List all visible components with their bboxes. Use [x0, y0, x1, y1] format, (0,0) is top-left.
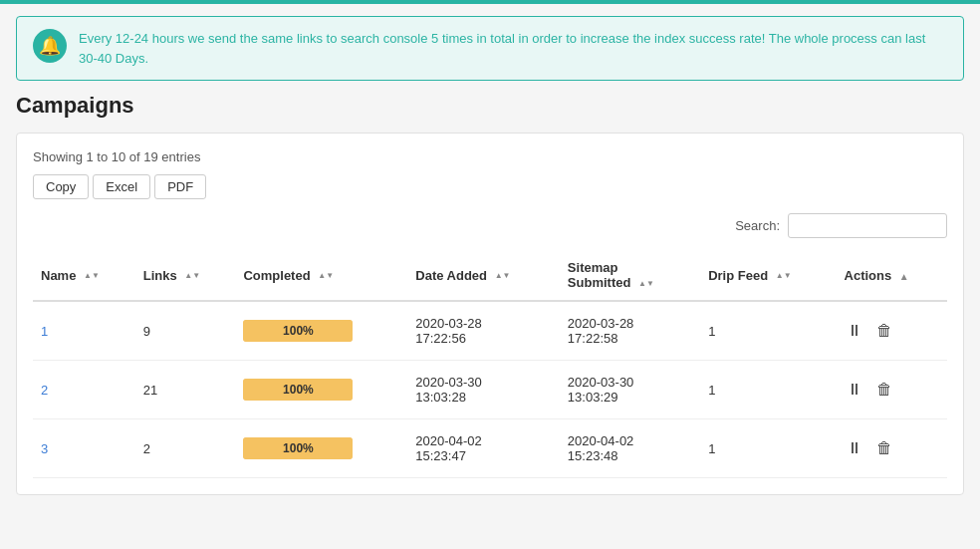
col-sitemap-submitted: SitemapSubmitted ▲▼ [560, 250, 700, 301]
export-buttons: Copy Excel PDF [33, 174, 947, 199]
table-header-row: Name ▲▼ Links ▲▼ Completed ▲▼ Date Added… [33, 250, 947, 301]
copy-button[interactable]: Copy [33, 174, 89, 199]
excel-button[interactable]: Excel [93, 174, 150, 199]
col-links: Links ▲▼ [135, 250, 236, 301]
sort-icons-date-added[interactable]: ▲▼ [495, 272, 511, 280]
notification-banner: 🔔 Every 12-24 hours we send the same lin… [16, 16, 964, 81]
table-row: 19100%2020-03-2817:22:562020-03-2817:22:… [33, 301, 947, 361]
col-name: Name ▲▼ [33, 250, 135, 301]
progress-bar: 100% [243, 320, 353, 342]
table-toolbar: Search: [33, 213, 947, 238]
notification-icon: 🔔 [33, 29, 67, 63]
pause-button[interactable] [845, 320, 864, 342]
progress-bar: 100% [243, 437, 353, 459]
cell-sitemap-submitted: 2020-03-2817:22:58 [560, 301, 700, 361]
cell-sitemap-submitted: 2020-03-3013:03:29 [560, 361, 700, 419]
cell-completed: 100% [235, 361, 407, 419]
main-card: Showing 1 to 10 of 19 entries Copy Excel… [16, 133, 964, 495]
campaign-link[interactable]: 2 [41, 383, 48, 398]
sort-icon-actions[interactable]: ▲ [899, 271, 909, 282]
pdf-button[interactable]: PDF [154, 174, 206, 199]
cell-actions [837, 301, 947, 361]
cell-actions [837, 361, 947, 419]
top-bar [0, 0, 980, 4]
sort-icons-sitemap[interactable]: ▲▼ [638, 280, 654, 288]
cell-drip-feed: 1 [700, 301, 836, 361]
cell-name: 2 [33, 361, 135, 419]
campaign-link[interactable]: 3 [41, 441, 48, 456]
cell-drip-feed: 1 [700, 361, 836, 419]
cell-date-added: 2020-03-2817:22:56 [407, 301, 560, 361]
cell-name: 1 [33, 301, 135, 361]
table-row: 32100%2020-04-0215:23:472020-04-0215:23:… [33, 419, 947, 478]
col-drip-feed: Drip Feed ▲▼ [700, 250, 836, 301]
cell-completed: 100% [235, 301, 407, 361]
entries-info: Showing 1 to 10 of 19 entries [33, 149, 947, 164]
sort-icons-links[interactable]: ▲▼ [184, 272, 200, 280]
cell-links: 9 [135, 301, 236, 361]
cell-links: 2 [135, 419, 236, 478]
campaign-link[interactable]: 1 [41, 324, 48, 339]
cell-links: 21 [135, 361, 236, 419]
cell-sitemap-submitted: 2020-04-0215:23:48 [560, 419, 700, 478]
search-label: Search: [735, 218, 780, 233]
cell-actions [837, 419, 947, 478]
delete-button[interactable] [874, 437, 894, 459]
col-completed: Completed ▲▼ [235, 250, 407, 301]
sort-icons-completed[interactable]: ▲▼ [318, 272, 334, 280]
pause-button[interactable] [845, 379, 864, 401]
cell-date-added: 2020-04-0215:23:47 [407, 419, 560, 478]
pause-button[interactable] [845, 437, 864, 459]
table-row: 221100%2020-03-3013:03:282020-03-3013:03… [33, 361, 947, 419]
col-date-added: Date Added ▲▼ [407, 250, 560, 301]
cell-date-added: 2020-03-3013:03:28 [407, 361, 560, 419]
sort-icons-name[interactable]: ▲▼ [84, 272, 100, 280]
col-actions: Actions ▲ [837, 250, 947, 301]
sort-icons-drip-feed[interactable]: ▲▼ [776, 272, 792, 280]
cell-completed: 100% [235, 419, 407, 478]
notification-text: Every 12-24 hours we send the same links… [79, 29, 947, 68]
delete-button[interactable] [874, 320, 894, 342]
cell-drip-feed: 1 [700, 419, 836, 478]
search-input[interactable] [788, 213, 947, 238]
campaigns-table: Name ▲▼ Links ▲▼ Completed ▲▼ Date Added… [33, 250, 947, 478]
delete-button[interactable] [874, 379, 894, 401]
cell-name: 3 [33, 419, 135, 478]
progress-bar: 100% [243, 379, 353, 401]
page-title: Campaigns [16, 93, 964, 119]
